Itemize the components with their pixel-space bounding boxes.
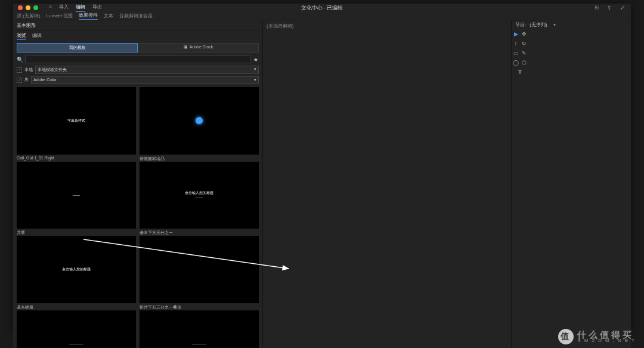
template-thumb [140, 236, 259, 303]
template-thumb: 点击输入您的标题 [17, 236, 136, 303]
library-filter-checkbox[interactable]: ✓ [17, 78, 22, 83]
library-filter-label: 库 [24, 77, 29, 83]
template-item[interactable]: 影片下方三分之一叠加 [140, 236, 259, 309]
fullscreen-icon[interactable]: ⤢ [619, 4, 626, 11]
tab-effect-controls[interactable]: 效果控件 [79, 12, 98, 20]
program-sequence-name: (无序列) [530, 21, 547, 28]
library-dropdown[interactable]: Adobe Color▾ [31, 76, 259, 84]
traffic-lights [13, 5, 38, 10]
local-filter-checkbox[interactable]: ✓ [17, 67, 22, 73]
nav-export[interactable]: 导出 [92, 4, 102, 12]
template-search-input[interactable] [25, 56, 250, 63]
close-button[interactable] [18, 5, 23, 10]
window-title: 文化中心 - 已编辑 [301, 4, 343, 12]
program-label: 节目: [515, 21, 526, 28]
template-item[interactable]: 传统徽标出品 [140, 87, 259, 161]
program-video-area[interactable] [528, 29, 631, 348]
tab-audio-mixer[interactable]: 音频剪辑混合器 [119, 13, 153, 19]
zoom-button[interactable] [33, 5, 38, 10]
share-icon[interactable]: ⇪ [606, 4, 613, 11]
template-thumb [140, 87, 259, 155]
template-label: 共享 [17, 230, 136, 235]
rotate-tool-icon[interactable]: ↻ [521, 41, 527, 47]
template-thumb: 点击输入您的标题 —— [140, 162, 259, 229]
polygon-tool-icon[interactable]: ⬠ [521, 60, 527, 66]
eg-tab-edit[interactable]: 编辑 [32, 32, 42, 40]
local-folder-dropdown[interactable]: 本地模板文件夹▾ [35, 66, 259, 74]
effect-controls-panel: (未选择剪辑) [263, 20, 511, 348]
template-item[interactable]: 点击输入您的标题 ——基本下方三分之一 [140, 162, 259, 235]
template-item[interactable]: ——共享 [17, 162, 136, 235]
templates-stock-tab[interactable]: ▣Adobe Stock [138, 43, 259, 53]
type-tool-icon[interactable]: T [517, 69, 523, 75]
template-label: 基本标题 [17, 304, 136, 309]
search-icon: 🔍 [17, 57, 23, 63]
template-thumb: ———— [140, 310, 259, 349]
template-label: 基本下方三分之一 [140, 230, 259, 235]
nav-import[interactable]: 导入 [59, 4, 69, 12]
essential-graphics-panel: 基本图形 浏览 编辑 我的模板 ▣Adobe Stock 🔍 ★ ✓ 本地 [13, 20, 262, 348]
tab-lumetri-scopes[interactable]: Lumetri 范围 [47, 13, 73, 19]
template-item[interactable]: 字幕条样式Call_Out 1_01 Right [17, 87, 136, 161]
selection-tool-icon[interactable]: ▶ [513, 31, 519, 37]
eg-tab-browse[interactable]: 浏览 [17, 32, 26, 40]
rectangle-tool-icon[interactable]: ▭ [513, 50, 519, 56]
templates-mine-tab[interactable]: 我的模板 [17, 43, 138, 53]
template-thumb: —— [17, 162, 136, 229]
template-item[interactable]: ————影片下方三分之一靠右 [140, 310, 259, 349]
local-filter-label: 本地 [24, 67, 33, 73]
template-item[interactable]: ————影片下方三分之一靠右两行 [17, 310, 136, 349]
minimize-button[interactable] [26, 5, 30, 10]
template-label: Call_Out 1_01 Right [17, 156, 136, 161]
no-clip-label: (未选择剪辑) [263, 20, 511, 32]
hand-tool-icon[interactable]: ✥ [521, 31, 527, 37]
template-thumb: ———— [17, 310, 136, 349]
source-panel-tabs: 源:(无剪辑) Lumetri 范围 效果控件 文本 音频剪辑混合器 [13, 12, 631, 20]
pen-tool-icon[interactable]: ✎ [521, 50, 527, 56]
template-label: 影片下方三分之一叠加 [140, 304, 259, 309]
home-button[interactable]: ⌂ [49, 4, 52, 12]
program-toolstrip: ▶ ✥ ↕ ↻ ▭ ✎ ◯ ⬠ T [512, 29, 528, 75]
template-thumb: 字幕条样式 [17, 87, 136, 155]
favorite-filter-icon[interactable]: ★ [253, 57, 259, 63]
window-titlebar: ⌂ 导入 编辑 导出 文化中心 - 已编辑 ⎘ ⇪ ⤢ [13, 4, 631, 12]
top-nav: ⌂ 导入 编辑 导出 [49, 4, 102, 12]
tab-source-noclip[interactable]: 源:(无剪辑) [17, 13, 41, 19]
panel-title: 基本图形 [13, 20, 262, 31]
watermark-badge: 值 [558, 329, 574, 344]
program-monitor-panel: 节目: (无序列) ▾ ▶ ✥ ↕ ↻ ▭ ✎ ◯ ⬠ [512, 20, 631, 348]
quick-export-icon[interactable]: ⎘ [593, 4, 600, 11]
nav-edit[interactable]: 编辑 [76, 4, 85, 12]
watermark: 值 什么值得买 SMZDM.NET [558, 329, 638, 344]
ellipse-tool-icon[interactable]: ◯ [513, 60, 519, 66]
template-item[interactable]: 点击输入您的标题基本标题 [17, 236, 136, 309]
template-label: 传统徽标出品 [140, 156, 259, 161]
vertical-type-tool-icon[interactable]: ↕ [513, 41, 519, 47]
tab-text[interactable]: 文本 [104, 13, 113, 19]
